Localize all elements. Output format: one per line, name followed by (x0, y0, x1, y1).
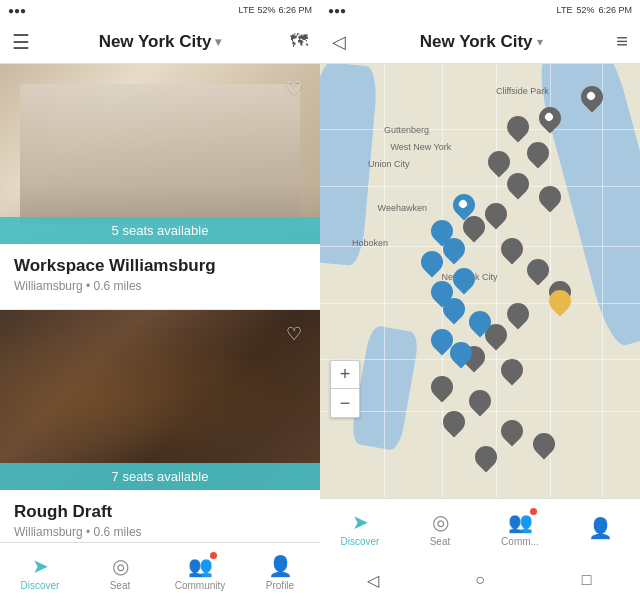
android-home-button[interactable]: ○ (460, 560, 500, 600)
discover-label-right: Discover (341, 536, 380, 547)
map-icon[interactable]: 🗺 (290, 31, 308, 52)
map-pin-blue-8[interactable] (469, 311, 491, 339)
map-pin-gray-11[interactable] (527, 259, 549, 287)
map-pin-gray-13[interactable] (507, 303, 529, 331)
seat-label-right: Seat (430, 536, 451, 547)
header-title-group[interactable]: New York City ▾ (99, 32, 222, 52)
discover-icon: ➤ (32, 554, 49, 578)
map-pin-gray-22[interactable] (475, 446, 497, 474)
listing-card-2[interactable]: ♡ 7 seats available Rough Draft Williams… (0, 310, 320, 542)
road-v-5 (602, 64, 603, 498)
favorite-icon-1[interactable]: ♡ (280, 74, 308, 102)
map-pin-gray-6[interactable] (507, 173, 529, 201)
status-icons-right-right: LTE 52% 6:26 PM (557, 5, 632, 15)
map-pin-yellow-1[interactable] (549, 290, 571, 318)
map-pin-gray-7[interactable] (539, 186, 561, 214)
android-nav-bar: ◁ ○ □ (320, 558, 640, 602)
nav-discover-right[interactable]: ➤ Discover (320, 510, 400, 547)
status-icons-right-left: ●●● (328, 5, 346, 16)
bottom-nav-left: ➤ Discover ◎ Seat 👥 Community 👤 Profile (0, 542, 320, 602)
status-bar-left: ●●● LTE 52% 6:26 PM (0, 0, 320, 20)
map-pin-blue-7[interactable] (443, 298, 465, 326)
listing-name-1: Workspace Williamsburg (14, 256, 306, 276)
seat-icon: ◎ (112, 554, 129, 578)
map-pin-gray-2[interactable] (539, 107, 561, 135)
map-pin-gray-8[interactable] (485, 203, 507, 231)
android-recent-button[interactable]: □ (567, 560, 607, 600)
listing-image-wrapper-1: ♡ 5 seats available (0, 64, 320, 244)
map-container[interactable]: Cliffside Park Guttenberg Union City Wes… (320, 64, 640, 498)
map-pin-gray-20[interactable] (501, 420, 523, 448)
nav-seat-left[interactable]: ◎ Seat (80, 554, 160, 591)
status-bar-right: ●●● LTE 52% 6:26 PM (320, 0, 640, 20)
listing-info-1: Workspace Williamsburg Williamsburg • 0.… (0, 244, 320, 293)
listing-card-1[interactable]: ♡ 5 seats available Workspace Williamsbu… (0, 64, 320, 310)
status-icons-right: LTE 52% 6:26 PM (239, 5, 312, 15)
map-pin-gray-16[interactable] (501, 359, 523, 387)
listing-name-2: Rough Draft (14, 502, 306, 522)
road-h-2 (320, 186, 640, 187)
seats-badge-1: 5 seats available (0, 217, 320, 244)
right-panel: ●●● LTE 52% 6:26 PM ◁ New York City ▾ ≡ (320, 0, 640, 602)
discover-icon-right: ➤ (352, 510, 369, 534)
right-chevron-icon: ▾ (537, 35, 543, 49)
right-title-group[interactable]: New York City ▾ (420, 32, 543, 52)
listings-scroll[interactable]: ♡ 5 seats available Workspace Williamsbu… (0, 64, 320, 542)
nav-profile-left[interactable]: 👤 Profile (240, 554, 320, 591)
map-pin-gray-1[interactable] (581, 86, 603, 114)
app-header-right: ◁ New York City ▾ ≡ (320, 20, 640, 64)
map-pin-gray-17[interactable] (431, 376, 453, 404)
listing-sub-1: Williamsburg • 0.6 miles (14, 279, 306, 293)
wifi-icon: ●●● (8, 5, 26, 16)
seats-badge-2: 7 seats available (0, 463, 320, 490)
profile-label: Profile (266, 580, 294, 591)
listing-sub-2: Williamsburg • 0.6 miles (14, 525, 306, 539)
bottom-nav-right: ➤ Discover ◎ Seat 👥 Comm... 👤 (320, 498, 640, 558)
nav-discover-left[interactable]: ➤ Discover (0, 554, 80, 591)
community-icon: 👥 (188, 555, 213, 577)
map-pin-blue-3[interactable] (443, 238, 465, 266)
map-pin-gray-4[interactable] (527, 142, 549, 170)
road-h-1 (320, 129, 640, 130)
discover-label: Discover (21, 580, 60, 591)
listing-info-2: Rough Draft Williamsburg • 0.6 miles (0, 490, 320, 539)
map-pin-gray-19[interactable] (443, 411, 465, 439)
map-pin-gray-3[interactable] (507, 116, 529, 144)
android-back-button[interactable]: ◁ (353, 560, 393, 600)
signal-type-right: LTE (557, 5, 573, 15)
nav-community-right[interactable]: 👥 Comm... (480, 510, 560, 547)
map-label-hoboken: Hoboken (352, 238, 388, 248)
map-pin-blue-5[interactable] (453, 268, 475, 296)
map-label-union-city: Union City (368, 159, 410, 169)
city-title: New York City (99, 32, 212, 52)
map-pin-blue-10[interactable] (450, 342, 472, 370)
nav-community-left[interactable]: 👥 Community (160, 554, 240, 591)
menu-icon[interactable]: ☰ (12, 30, 30, 54)
map-pin-gray-10[interactable] (501, 238, 523, 266)
community-icon-right: 👥 (508, 511, 533, 533)
right-menu-icon[interactable]: ≡ (616, 30, 628, 53)
map-pin-blue-4[interactable] (421, 251, 443, 279)
map-label-cliffside: Cliffside Park (496, 86, 549, 96)
status-icons-left: ●●● (8, 5, 26, 16)
map-pin-gray-21[interactable] (533, 433, 555, 461)
map-zoom-controls: + − (330, 360, 360, 418)
nav-seat-right[interactable]: ◎ Seat (400, 510, 480, 547)
zoom-in-button[interactable]: + (331, 361, 359, 389)
right-city-title: New York City (420, 32, 533, 52)
battery-right: 52% (576, 5, 594, 15)
nav-profile-right[interactable]: 👤 (560, 516, 640, 542)
signal-dots: ●●● (328, 5, 346, 16)
map-pin-gray-18[interactable] (469, 390, 491, 418)
map-label-weehawken: Weehawken (378, 203, 427, 213)
back-icon-right[interactable]: ◁ (332, 31, 346, 53)
map-label-west-new-york: West New York (390, 142, 451, 152)
zoom-out-button[interactable]: − (331, 389, 359, 417)
favorite-icon-2[interactable]: ♡ (280, 320, 308, 348)
seat-label: Seat (110, 580, 131, 591)
chevron-down-icon: ▾ (215, 35, 221, 49)
listing-image-wrapper-2: ♡ 7 seats available (0, 310, 320, 490)
map-label-guttenberg: Guttenberg (384, 125, 429, 135)
left-panel: ●●● LTE 52% 6:26 PM ☰ New York City ▾ 🗺 … (0, 0, 320, 602)
map-pin-blue-1[interactable] (453, 194, 475, 222)
